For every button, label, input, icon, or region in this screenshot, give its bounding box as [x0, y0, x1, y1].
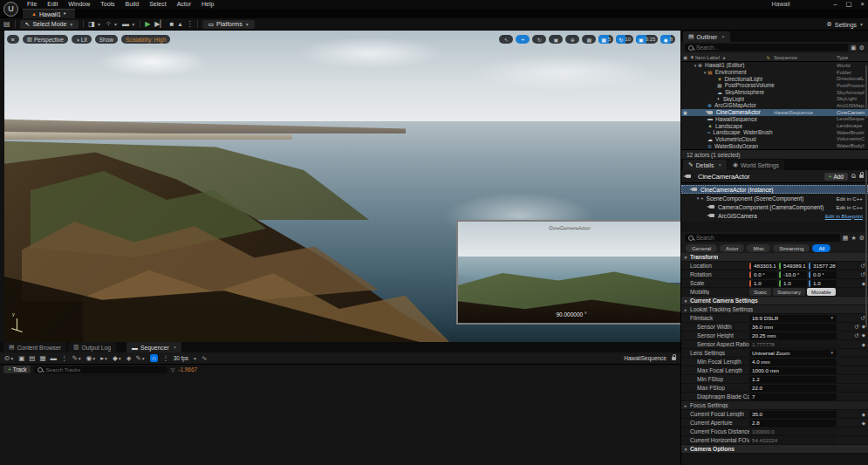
- minimize-button[interactable]: –: [833, 0, 837, 9]
- add-track-button[interactable]: + Track: [3, 366, 31, 373]
- filter-chip-all[interactable]: All: [812, 244, 830, 252]
- display-options-icon[interactable]: ▦: [843, 235, 849, 242]
- outliner-row-landscape-waterbrush[interactable]: ≈Landscape_WaterBrushWaterBrushManager: [681, 129, 868, 136]
- outliner-row-skylight[interactable]: ◐SkyLightSkyLight: [681, 95, 868, 102]
- maximize-button[interactable]: ▢: [846, 0, 852, 9]
- outliner-row-hawaii1-editor[interactable]: ▾⊕Hawaii1 (Editor)World: [681, 62, 868, 69]
- sensor-height-field[interactable]: 20.25 mm: [749, 332, 837, 339]
- sensor-width-field[interactable]: 36.0 mm: [749, 324, 837, 331]
- component-row-cinecameraactor-instance[interactable]: CineCameraActor (Instance): [681, 185, 868, 194]
- add-keyframe-icon[interactable]: ◆: [862, 412, 865, 417]
- rotation-snap-toggle[interactable]: ↻10: [616, 35, 633, 44]
- property-max-focal-length[interactable]: Max Focal Length1000.0 mm: [681, 366, 868, 375]
- tab-sequencer[interactable]: ▬ Sequencer ×: [126, 342, 181, 352]
- rotation-x-field[interactable]: 0.0 °: [749, 271, 777, 278]
- close-icon[interactable]: ×: [174, 345, 177, 350]
- edit-options-icon[interactable]: ✎▼: [136, 354, 146, 362]
- surface-snap-icon[interactable]: ▦: [582, 35, 596, 44]
- show-button[interactable]: Show: [95, 35, 118, 44]
- property-sensor-width[interactable]: Sensor Width36.0 mm↺◆: [681, 323, 868, 332]
- close-icon[interactable]: ×: [721, 34, 725, 39]
- camera-preview-window[interactable]: CineCameraActor: [456, 220, 680, 325]
- rotation-z-field[interactable]: 0.0 °: [809, 271, 837, 278]
- add-component-button[interactable]: + Add: [824, 173, 848, 181]
- mobility-static-button[interactable]: Static: [749, 288, 771, 296]
- rotation-y-field[interactable]: -10.0 °: [779, 271, 807, 278]
- menu-select[interactable]: Select: [145, 0, 170, 9]
- min-fstop-field[interactable]: 1.2: [749, 376, 837, 383]
- outliner-row-environment[interactable]: ▾▤EnvironmentFolder: [681, 69, 868, 76]
- property-rotation[interactable]: Rotation0.0 °-10.0 °0.0 °↺: [681, 270, 868, 279]
- property-current-horizontal-fov[interactable]: Current Horizontal FOV54.432224: [681, 436, 868, 445]
- eye-column-icon[interactable]: ◉: [681, 54, 689, 60]
- scale-x-field[interactable]: 1.0: [749, 280, 777, 287]
- level-viewport[interactable]: ≡ ▥Perspective ◑Lit Show Scalability: Hi…: [4, 31, 680, 342]
- menu-help[interactable]: Help: [197, 0, 218, 9]
- filter-chip-streaming[interactable]: Streaming: [773, 244, 810, 252]
- blueprint-icon[interactable]: ⧉: [851, 173, 856, 180]
- more-kebab-icon[interactable]: ⋮: [61, 354, 68, 362]
- details-settings-icon[interactable]: ⚙: [859, 235, 865, 242]
- add-keyframe-icon[interactable]: ◆: [862, 342, 865, 347]
- property-diaphragm-blade-count[interactable]: Diaphragm Blade Count7: [681, 393, 868, 401]
- filter-chip-misc[interactable]: Misc: [747, 244, 770, 252]
- edit-in-cpp-link[interactable]: Edit in C++: [836, 204, 863, 210]
- render-movie-icon[interactable]: ▦: [39, 354, 45, 362]
- edit-in-cpp-link[interactable]: Edit in C++: [836, 195, 863, 202]
- tab-details[interactable]: ✎ Details ×: [683, 160, 727, 170]
- platforms-button[interactable]: ▭ Platforms ▼: [202, 20, 254, 29]
- outliner-row-volumetriccloud[interactable]: ☁VolumetricCloudVolumetricCloud: [681, 136, 868, 143]
- menu-tools[interactable]: Tools: [96, 0, 119, 9]
- property-focus-settings[interactable]: ▸Focus Settings: [681, 401, 868, 410]
- edit-in-blueprint-link[interactable]: Edit in Blueprint: [825, 213, 863, 219]
- outliner-row-skyatmosphere[interactable]: ☁SkyAtmosphereSkyAtmosphere: [681, 89, 868, 96]
- column-type[interactable]: Type: [837, 55, 848, 60]
- scalability-warning[interactable]: Scalability: High: [121, 35, 170, 44]
- property-min-focal-length[interactable]: Min Focal Length4.0 mm: [681, 358, 868, 366]
- view-mode-button[interactable]: ◑Lit: [72, 35, 92, 44]
- viewport-options-icon[interactable]: ≡: [7, 35, 19, 44]
- add-keyframe-icon[interactable]: ◆: [862, 421, 865, 426]
- grid-snap-toggle[interactable]: ▦5: [598, 35, 613, 44]
- mobility-movable-button[interactable]: Movable: [807, 288, 836, 296]
- max-fstop-field[interactable]: 22.0: [749, 385, 837, 392]
- search-tracks-input[interactable]: Search Tracks: [34, 366, 167, 373]
- tab-world-settings[interactable]: ◉ World Settings: [728, 160, 784, 170]
- autokey-icon[interactable]: ◈: [126, 354, 132, 362]
- snap-kebab-icon[interactable]: ⋮: [162, 354, 169, 362]
- close-icon[interactable]: ×: [718, 162, 721, 168]
- cinematics-icon[interactable]: ▬ ▼: [122, 19, 135, 30]
- scale-tool-icon[interactable]: ▣: [549, 35, 563, 44]
- property-lookat-tracking-settings[interactable]: ▸Lookat Tracking Settings: [681, 305, 868, 314]
- outliner-row-landscape[interactable]: ▲LandscapeLandscape: [681, 122, 868, 129]
- filmback-dropdown[interactable]: 16:9 DSLR▼: [749, 315, 837, 322]
- rotate-tool-icon[interactable]: ↻: [532, 35, 546, 44]
- reset-to-default-icon[interactable]: ↺: [854, 324, 858, 331]
- property-current-focus-distance[interactable]: Current Focus Distance100000.0: [681, 427, 868, 436]
- keyframe-options-icon[interactable]: ◆▼: [113, 354, 122, 362]
- world-dropdown-icon[interactable]: ⊙▼: [4, 354, 14, 362]
- clapper-icon[interactable]: ▬: [51, 354, 58, 362]
- sequence-lock-icon[interactable]: [672, 357, 676, 360]
- menu-actor[interactable]: Actor: [173, 0, 195, 9]
- property-current-aperture[interactable]: Current Aperture2.8◆: [681, 419, 868, 427]
- location-y-field[interactable]: 549389.1: [779, 263, 807, 270]
- foliage-mode-icon[interactable]: ⁘ ▼: [106, 19, 118, 30]
- camera-speed-toggle[interactable]: ◉8: [660, 35, 675, 44]
- tab-output-log[interactable]: ▥ Output Log: [68, 342, 116, 352]
- property-lens-settings[interactable]: Lens SettingsUniversal Zoom▼: [681, 349, 868, 358]
- details-search-input[interactable]: Search: [685, 234, 840, 242]
- lens-settings-dropdown[interactable]: Universal Zoom▼: [749, 350, 837, 357]
- outliner-settings-icon[interactable]: ⚙: [859, 44, 865, 51]
- filter-chip-actor[interactable]: Actor: [720, 244, 744, 252]
- level-tab[interactable]: ▲ Hawaii1 *: [23, 9, 75, 18]
- component-row-scenecomponent-scenecomponent[interactable]: ▾+SceneComponent (SceneComponent)Edit in…: [681, 194, 868, 202]
- landscape-mode-icon[interactable]: ◨ ▼: [88, 19, 101, 30]
- current-time-field[interactable]: -1.9667: [178, 366, 197, 373]
- details-scrollbar[interactable]: [865, 170, 867, 327]
- settings-button[interactable]: ⚙ Settings ▼: [826, 18, 864, 31]
- tab-content-browser[interactable]: ▤ Content Browser: [3, 342, 66, 352]
- sequencer-tools-icon[interactable]: ✎▼: [72, 354, 82, 362]
- outliner-row-arcgismapactor[interactable]: ⊕ArcGISMapActorArcGISMapActor: [681, 102, 868, 109]
- save-icon[interactable]: ▤: [3, 19, 10, 30]
